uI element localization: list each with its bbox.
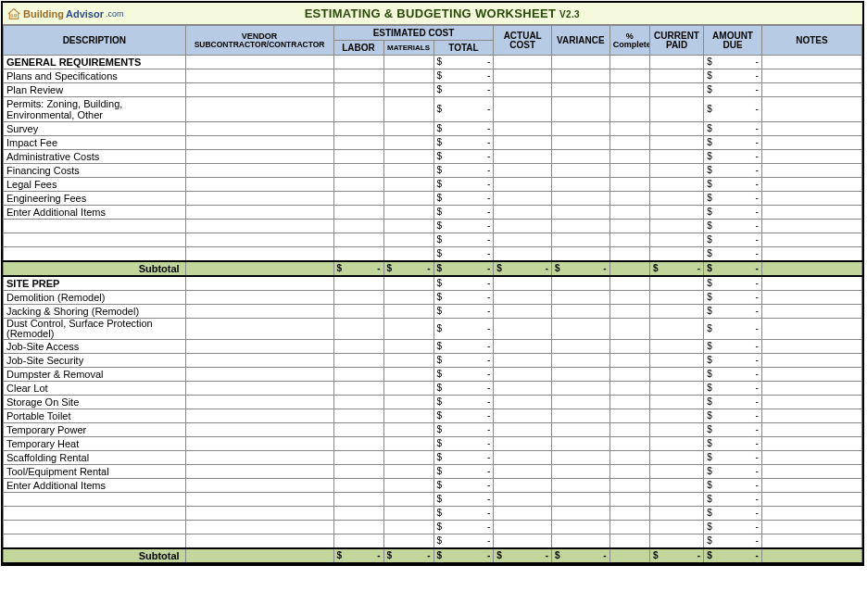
cell-variance[interactable] <box>552 206 610 220</box>
cell-due[interactable]: $- <box>704 83 762 97</box>
cell-notes[interactable] <box>761 409 861 423</box>
cell-description[interactable] <box>4 534 186 549</box>
cell-labor[interactable] <box>333 247 383 262</box>
cell-materials[interactable] <box>383 354 434 368</box>
cell-due[interactable]: $- <box>704 220 762 233</box>
cell-actual[interactable] <box>494 319 552 340</box>
cell-description[interactable]: Financing Costs <box>4 164 186 178</box>
cell-notes[interactable] <box>761 247 861 262</box>
cell-vendor[interactable] <box>185 150 333 164</box>
cell-description[interactable] <box>4 247 186 262</box>
cell-description[interactable] <box>4 507 186 521</box>
cell-notes[interactable] <box>761 305 861 319</box>
cell-notes[interactable] <box>761 97 861 122</box>
cell-description[interactable]: Administrative Costs <box>4 150 186 164</box>
cell-description[interactable]: Engineering Fees <box>4 192 186 206</box>
cell-vendor[interactable] <box>185 423 333 437</box>
cell-description[interactable]: Job-Site Access <box>4 340 186 354</box>
cell-actual[interactable] <box>494 305 552 319</box>
cell-paid[interactable] <box>649 507 703 521</box>
cell-description[interactable]: Tool/Equipment Rental <box>4 465 186 479</box>
cell-due[interactable]: $- <box>704 521 762 534</box>
cell-variance[interactable] <box>552 97 610 122</box>
cell-paid[interactable] <box>649 233 703 247</box>
cell-actual[interactable] <box>494 192 552 206</box>
cell-notes[interactable] <box>761 479 861 493</box>
cell-complete[interactable] <box>609 83 649 97</box>
cell-materials[interactable] <box>383 521 434 534</box>
cell-materials[interactable] <box>383 437 434 451</box>
cell-due[interactable]: $- <box>704 382 762 396</box>
cell-due[interactable]: $- <box>704 233 762 247</box>
subtotal-labor[interactable]: $- <box>333 261 383 276</box>
cell-actual[interactable] <box>494 69 552 83</box>
cell-description[interactable]: Impact Fee <box>4 136 186 150</box>
cell-actual[interactable] <box>494 368 552 382</box>
cell-complete[interactable] <box>609 534 649 549</box>
cell-variance[interactable] <box>552 382 610 396</box>
cell-total[interactable]: $- <box>434 220 494 233</box>
cell-labor[interactable] <box>333 192 383 206</box>
cell-description[interactable]: Survey <box>4 122 186 136</box>
cell-description[interactable]: Dust Control, Surface Protection (Remode… <box>4 319 186 340</box>
cell-labor[interactable] <box>333 122 383 136</box>
cell-actual[interactable] <box>494 409 552 423</box>
cell-materials[interactable] <box>383 409 434 423</box>
cell-due[interactable]: $- <box>704 247 762 262</box>
cell-actual[interactable] <box>494 396 552 409</box>
cell-paid[interactable] <box>649 382 703 396</box>
cell-vendor[interactable] <box>185 164 333 178</box>
cell-vendor[interactable] <box>185 368 333 382</box>
cell-due[interactable]: $- <box>704 340 762 354</box>
cell-paid[interactable] <box>649 305 703 319</box>
cell-due[interactable]: $- <box>704 493 762 507</box>
cell-description[interactable] <box>4 233 186 247</box>
cell-complete[interactable] <box>609 382 649 396</box>
cell-actual[interactable] <box>494 122 552 136</box>
cell-total[interactable]: $- <box>434 122 494 136</box>
cell-notes[interactable] <box>761 396 861 409</box>
cell-description[interactable]: Dumpster & Removal <box>4 368 186 382</box>
cell-variance[interactable] <box>552 291 610 305</box>
cell-complete[interactable] <box>609 220 649 233</box>
cell-labor[interactable] <box>333 56 383 69</box>
cell-description[interactable]: Temporary Power <box>4 423 186 437</box>
cell-materials[interactable] <box>383 396 434 409</box>
cell-due[interactable]: $- <box>704 305 762 319</box>
cell-paid[interactable] <box>649 521 703 534</box>
cell-total[interactable]: $- <box>434 409 494 423</box>
cell-materials[interactable] <box>383 479 434 493</box>
cell-labor[interactable] <box>333 396 383 409</box>
cell-total[interactable]: $- <box>434 354 494 368</box>
cell-paid[interactable] <box>649 192 703 206</box>
cell-complete[interactable] <box>609 319 649 340</box>
cell-variance[interactable] <box>552 83 610 97</box>
cell-paid[interactable] <box>649 368 703 382</box>
cell-total[interactable]: $- <box>434 164 494 178</box>
subtotal-actual[interactable]: $- <box>494 261 552 276</box>
cell-due[interactable]: $- <box>704 56 762 69</box>
cell-materials[interactable] <box>383 305 434 319</box>
cell-labor[interactable] <box>333 97 383 122</box>
cell-vendor[interactable] <box>185 534 333 549</box>
cell-total[interactable]: $- <box>434 368 494 382</box>
cell-labor[interactable] <box>333 340 383 354</box>
cell-variance[interactable] <box>552 305 610 319</box>
cell-variance[interactable] <box>552 507 610 521</box>
cell-actual[interactable] <box>494 276 552 291</box>
cell-actual[interactable] <box>494 507 552 521</box>
cell-materials[interactable] <box>383 178 434 192</box>
cell-description[interactable]: Scaffolding Rental <box>4 451 186 465</box>
cell-notes[interactable] <box>761 368 861 382</box>
cell-paid[interactable] <box>649 534 703 549</box>
cell-vendor[interactable] <box>185 178 333 192</box>
cell-vendor[interactable] <box>185 465 333 479</box>
cell-variance[interactable] <box>552 396 610 409</box>
subtotal-variance[interactable]: $- <box>552 548 610 563</box>
cell-due[interactable]: $- <box>704 178 762 192</box>
cell-materials[interactable] <box>383 164 434 178</box>
cell-actual[interactable] <box>494 83 552 97</box>
cell-variance[interactable] <box>552 319 610 340</box>
cell-notes[interactable] <box>761 382 861 396</box>
cell-paid[interactable] <box>649 451 703 465</box>
